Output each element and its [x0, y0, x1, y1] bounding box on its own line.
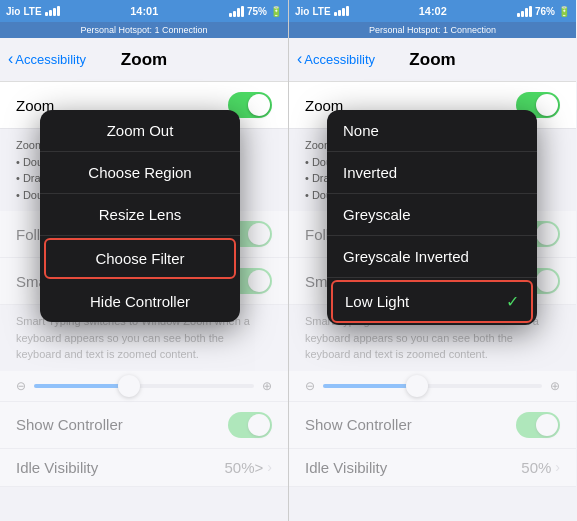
show-controller-row-left: Show Controller: [0, 402, 288, 449]
back-button-left[interactable]: ‹ Accessibility: [8, 51, 86, 68]
nav-title-left: Zoom: [121, 50, 167, 70]
hotspot-text-right: Personal Hotspot: 1 Connection: [369, 25, 496, 35]
signal-bar-2: [49, 10, 52, 16]
battery-left: 75%: [247, 6, 267, 17]
idle-visibility-label-left: Idle Visibility: [16, 459, 98, 476]
show-controller-label-right: Show Controller: [305, 416, 412, 433]
wbr-1: [517, 13, 520, 17]
slider-plus-right: ⊕: [550, 379, 560, 393]
idle-visibility-label-right: Idle Visibility: [305, 459, 387, 476]
menu-choose-filter-label: Choose Filter: [95, 250, 184, 267]
wb-4: [241, 6, 244, 17]
signal-bar-3: [53, 8, 56, 16]
show-controller-toggle-right[interactable]: [516, 412, 560, 438]
filter-greyscale-inverted-label: Greyscale Inverted: [343, 248, 469, 265]
filter-greyscale-inverted[interactable]: Greyscale Inverted: [327, 236, 537, 278]
status-right-right: 76% 🔋: [517, 6, 570, 17]
menu-hide-controller[interactable]: Hide Controller: [40, 281, 240, 322]
signal-bar-1: [45, 12, 48, 16]
back-chevron-right: ‹: [297, 50, 302, 68]
context-menu-left: Zoom Out Choose Region Resize Lens Choos…: [40, 110, 240, 322]
slider-thumb-left[interactable]: [118, 375, 140, 397]
show-controller-label-left: Show Controller: [16, 416, 123, 433]
idle-visibility-row-left: Idle Visibility 50%> ›: [0, 449, 288, 487]
idle-chevron-right: ›: [555, 459, 560, 475]
filter-inverted[interactable]: Inverted: [327, 152, 537, 194]
menu-choose-filter[interactable]: Choose Filter: [44, 238, 236, 279]
filter-low-light-label: Low Light: [345, 293, 409, 310]
slider-minus-left: ⊖: [16, 379, 26, 393]
signal-bar-r3: [342, 8, 345, 16]
filter-inverted-label: Inverted: [343, 164, 397, 181]
signal-bar-r4: [346, 6, 349, 16]
slider-fill-left: [34, 384, 122, 388]
slider-row-left: ⊖ ⊕: [0, 371, 288, 402]
slider-thumb-right[interactable]: [406, 375, 428, 397]
show-controller-row-right: Show Controller: [289, 402, 576, 449]
signal-bars-right: [334, 6, 349, 16]
wbr-3: [525, 8, 528, 17]
battery-icon-right: 🔋: [558, 6, 570, 17]
wifi-bars-right: [517, 6, 532, 17]
signal-bar-r1: [334, 12, 337, 16]
filter-low-light[interactable]: Low Light ✓: [331, 280, 533, 323]
nav-bar-right: ‹ Accessibility Zoom: [289, 38, 576, 82]
status-left-left: Jio LTE: [6, 6, 60, 17]
network-right: LTE: [312, 6, 330, 17]
idle-visibility-value-left: 50%>: [225, 459, 264, 476]
status-bar-right: Jio LTE 14:02 76% 🔋: [289, 0, 576, 22]
carrier-left: Jio: [6, 6, 20, 17]
menu-resize-lens-label: Resize Lens: [99, 206, 182, 223]
wbr-4: [529, 6, 532, 17]
menu-zoom-out[interactable]: Zoom Out: [40, 110, 240, 152]
time-left: 14:01: [130, 5, 158, 17]
menu-zoom-out-label: Zoom Out: [107, 122, 174, 139]
wb-2: [233, 11, 236, 17]
slider-minus-right: ⊖: [305, 379, 315, 393]
back-chevron-left: ‹: [8, 50, 13, 68]
checkmark-icon: ✓: [506, 292, 519, 311]
wifi-bars-left: [229, 6, 244, 17]
signal-bar-r2: [338, 10, 341, 16]
network-left: LTE: [23, 6, 41, 17]
battery-icon-left: 🔋: [270, 6, 282, 17]
back-button-right[interactable]: ‹ Accessibility: [297, 51, 375, 68]
slider-plus-left: ⊕: [262, 379, 272, 393]
right-screen: Jio LTE 14:02 76% 🔋 Personal Hotspot: 1 …: [288, 0, 576, 521]
left-screen: Jio LTE 14:01 75% 🔋 Personal Hotspot: 1 …: [0, 0, 288, 521]
status-left-right: Jio LTE: [295, 6, 349, 17]
status-right-left: 75% 🔋: [229, 6, 282, 17]
wb-3: [237, 8, 240, 17]
wbr-2: [521, 11, 524, 17]
signal-bar-4: [57, 6, 60, 16]
slider-track-right[interactable]: [323, 384, 542, 388]
slider-track-left[interactable]: [34, 384, 254, 388]
menu-choose-region[interactable]: Choose Region: [40, 152, 240, 194]
battery-right: 76%: [535, 6, 555, 17]
signal-bars-left: [45, 6, 60, 16]
hotspot-text-left: Personal Hotspot: 1 Connection: [80, 25, 207, 35]
hotspot-bar-right: Personal Hotspot: 1 Connection: [289, 22, 576, 38]
filter-none[interactable]: None: [327, 110, 537, 152]
wb-1: [229, 13, 232, 17]
idle-visibility-row-right: Idle Visibility 50% ›: [289, 449, 576, 487]
nav-bar-left: ‹ Accessibility Zoom: [0, 38, 288, 82]
back-label-right[interactable]: Accessibility: [304, 52, 375, 67]
menu-hide-controller-label: Hide Controller: [90, 293, 190, 310]
filter-greyscale-label: Greyscale: [343, 206, 411, 223]
idle-chevron-left: ›: [267, 459, 272, 475]
slider-fill-right: [323, 384, 411, 388]
menu-resize-lens[interactable]: Resize Lens: [40, 194, 240, 236]
filter-menu-right: None Inverted Greyscale Greyscale Invert…: [327, 110, 537, 325]
slider-row-right: ⊖ ⊕: [289, 371, 576, 402]
status-bar-left: Jio LTE 14:01 75% 🔋: [0, 0, 288, 22]
idle-visibility-value-right: 50%: [521, 459, 551, 476]
time-right: 14:02: [419, 5, 447, 17]
filter-greyscale[interactable]: Greyscale: [327, 194, 537, 236]
filter-none-label: None: [343, 122, 379, 139]
back-label-left[interactable]: Accessibility: [15, 52, 86, 67]
nav-title-right: Zoom: [409, 50, 455, 70]
carrier-right: Jio: [295, 6, 309, 17]
show-controller-toggle-left[interactable]: [228, 412, 272, 438]
hotspot-bar-left: Personal Hotspot: 1 Connection: [0, 22, 288, 38]
